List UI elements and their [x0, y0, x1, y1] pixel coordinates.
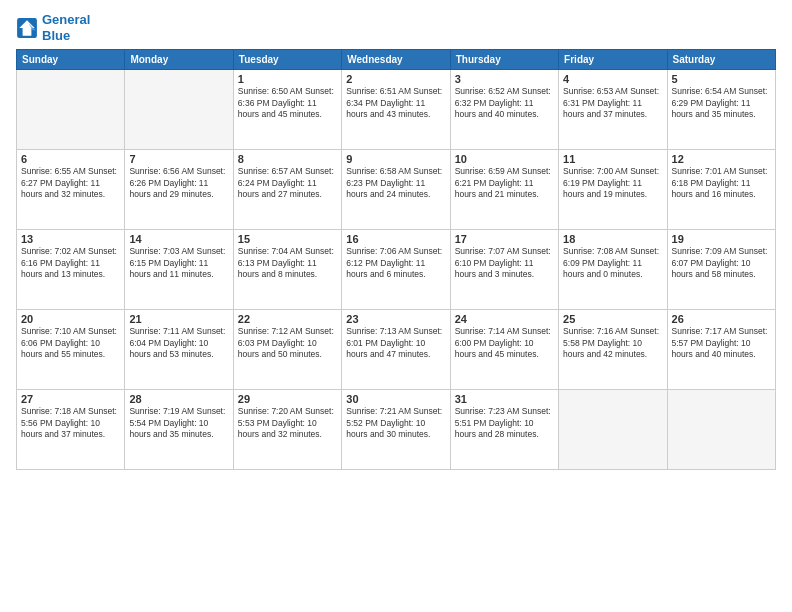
day-cell: 1Sunrise: 6:50 AM Sunset: 6:36 PM Daylig… — [233, 70, 341, 150]
day-cell: 31Sunrise: 7:23 AM Sunset: 5:51 PM Dayli… — [450, 390, 558, 470]
day-info: Sunrise: 6:54 AM Sunset: 6:29 PM Dayligh… — [672, 86, 771, 120]
day-number: 28 — [129, 393, 228, 405]
day-info: Sunrise: 6:56 AM Sunset: 6:26 PM Dayligh… — [129, 166, 228, 200]
day-info: Sunrise: 7:09 AM Sunset: 6:07 PM Dayligh… — [672, 246, 771, 280]
day-cell: 2Sunrise: 6:51 AM Sunset: 6:34 PM Daylig… — [342, 70, 450, 150]
day-number: 13 — [21, 233, 120, 245]
day-cell: 26Sunrise: 7:17 AM Sunset: 5:57 PM Dayli… — [667, 310, 775, 390]
day-cell: 6Sunrise: 6:55 AM Sunset: 6:27 PM Daylig… — [17, 150, 125, 230]
day-info: Sunrise: 7:02 AM Sunset: 6:16 PM Dayligh… — [21, 246, 120, 280]
day-number: 7 — [129, 153, 228, 165]
day-number: 5 — [672, 73, 771, 85]
week-row-3: 13Sunrise: 7:02 AM Sunset: 6:16 PM Dayli… — [17, 230, 776, 310]
day-cell: 12Sunrise: 7:01 AM Sunset: 6:18 PM Dayli… — [667, 150, 775, 230]
day-info: Sunrise: 6:55 AM Sunset: 6:27 PM Dayligh… — [21, 166, 120, 200]
day-info: Sunrise: 7:08 AM Sunset: 6:09 PM Dayligh… — [563, 246, 662, 280]
day-number: 10 — [455, 153, 554, 165]
day-number: 3 — [455, 73, 554, 85]
day-number: 20 — [21, 313, 120, 325]
day-cell: 18Sunrise: 7:08 AM Sunset: 6:09 PM Dayli… — [559, 230, 667, 310]
day-number: 9 — [346, 153, 445, 165]
day-cell: 20Sunrise: 7:10 AM Sunset: 6:06 PM Dayli… — [17, 310, 125, 390]
day-number: 14 — [129, 233, 228, 245]
day-cell: 4Sunrise: 6:53 AM Sunset: 6:31 PM Daylig… — [559, 70, 667, 150]
day-number: 30 — [346, 393, 445, 405]
day-cell: 3Sunrise: 6:52 AM Sunset: 6:32 PM Daylig… — [450, 70, 558, 150]
day-info: Sunrise: 7:10 AM Sunset: 6:06 PM Dayligh… — [21, 326, 120, 360]
weekday-header-tuesday: Tuesday — [233, 50, 341, 70]
page-container: General Blue SundayMondayTuesdayWednesda… — [0, 0, 792, 612]
header: General Blue — [16, 12, 776, 43]
day-info: Sunrise: 7:21 AM Sunset: 5:52 PM Dayligh… — [346, 406, 445, 440]
day-cell: 19Sunrise: 7:09 AM Sunset: 6:07 PM Dayli… — [667, 230, 775, 310]
day-cell: 13Sunrise: 7:02 AM Sunset: 6:16 PM Dayli… — [17, 230, 125, 310]
day-number: 2 — [346, 73, 445, 85]
day-info: Sunrise: 7:14 AM Sunset: 6:00 PM Dayligh… — [455, 326, 554, 360]
day-cell: 14Sunrise: 7:03 AM Sunset: 6:15 PM Dayli… — [125, 230, 233, 310]
day-number: 15 — [238, 233, 337, 245]
day-cell — [17, 70, 125, 150]
day-number: 29 — [238, 393, 337, 405]
day-number: 4 — [563, 73, 662, 85]
day-info: Sunrise: 7:01 AM Sunset: 6:18 PM Dayligh… — [672, 166, 771, 200]
day-info: Sunrise: 7:13 AM Sunset: 6:01 PM Dayligh… — [346, 326, 445, 360]
day-info: Sunrise: 6:51 AM Sunset: 6:34 PM Dayligh… — [346, 86, 445, 120]
week-row-5: 27Sunrise: 7:18 AM Sunset: 5:56 PM Dayli… — [17, 390, 776, 470]
day-info: Sunrise: 7:17 AM Sunset: 5:57 PM Dayligh… — [672, 326, 771, 360]
week-row-1: 1Sunrise: 6:50 AM Sunset: 6:36 PM Daylig… — [17, 70, 776, 150]
day-number: 22 — [238, 313, 337, 325]
day-cell: 27Sunrise: 7:18 AM Sunset: 5:56 PM Dayli… — [17, 390, 125, 470]
day-cell — [667, 390, 775, 470]
day-number: 19 — [672, 233, 771, 245]
day-number: 17 — [455, 233, 554, 245]
day-info: Sunrise: 7:16 AM Sunset: 5:58 PM Dayligh… — [563, 326, 662, 360]
day-cell: 15Sunrise: 7:04 AM Sunset: 6:13 PM Dayli… — [233, 230, 341, 310]
day-info: Sunrise: 7:03 AM Sunset: 6:15 PM Dayligh… — [129, 246, 228, 280]
day-info: Sunrise: 7:06 AM Sunset: 6:12 PM Dayligh… — [346, 246, 445, 280]
day-cell: 28Sunrise: 7:19 AM Sunset: 5:54 PM Dayli… — [125, 390, 233, 470]
day-cell: 7Sunrise: 6:56 AM Sunset: 6:26 PM Daylig… — [125, 150, 233, 230]
day-info: Sunrise: 6:50 AM Sunset: 6:36 PM Dayligh… — [238, 86, 337, 120]
day-number: 24 — [455, 313, 554, 325]
day-info: Sunrise: 6:57 AM Sunset: 6:24 PM Dayligh… — [238, 166, 337, 200]
day-number: 31 — [455, 393, 554, 405]
day-cell: 30Sunrise: 7:21 AM Sunset: 5:52 PM Dayli… — [342, 390, 450, 470]
day-info: Sunrise: 7:00 AM Sunset: 6:19 PM Dayligh… — [563, 166, 662, 200]
day-info: Sunrise: 7:11 AM Sunset: 6:04 PM Dayligh… — [129, 326, 228, 360]
day-cell: 11Sunrise: 7:00 AM Sunset: 6:19 PM Dayli… — [559, 150, 667, 230]
weekday-header-saturday: Saturday — [667, 50, 775, 70]
day-cell: 22Sunrise: 7:12 AM Sunset: 6:03 PM Dayli… — [233, 310, 341, 390]
day-info: Sunrise: 7:19 AM Sunset: 5:54 PM Dayligh… — [129, 406, 228, 440]
day-number: 1 — [238, 73, 337, 85]
day-number: 12 — [672, 153, 771, 165]
logo: General Blue — [16, 12, 90, 43]
weekday-header-sunday: Sunday — [17, 50, 125, 70]
day-info: Sunrise: 7:20 AM Sunset: 5:53 PM Dayligh… — [238, 406, 337, 440]
day-number: 21 — [129, 313, 228, 325]
day-cell — [125, 70, 233, 150]
day-number: 25 — [563, 313, 662, 325]
day-info: Sunrise: 7:23 AM Sunset: 5:51 PM Dayligh… — [455, 406, 554, 440]
day-number: 23 — [346, 313, 445, 325]
logo-text: General Blue — [42, 12, 90, 43]
day-info: Sunrise: 6:58 AM Sunset: 6:23 PM Dayligh… — [346, 166, 445, 200]
logo-icon — [16, 17, 38, 39]
day-info: Sunrise: 7:04 AM Sunset: 6:13 PM Dayligh… — [238, 246, 337, 280]
day-number: 6 — [21, 153, 120, 165]
day-info: Sunrise: 6:59 AM Sunset: 6:21 PM Dayligh… — [455, 166, 554, 200]
week-row-4: 20Sunrise: 7:10 AM Sunset: 6:06 PM Dayli… — [17, 310, 776, 390]
day-cell: 16Sunrise: 7:06 AM Sunset: 6:12 PM Dayli… — [342, 230, 450, 310]
weekday-header-thursday: Thursday — [450, 50, 558, 70]
day-cell: 5Sunrise: 6:54 AM Sunset: 6:29 PM Daylig… — [667, 70, 775, 150]
day-number: 16 — [346, 233, 445, 245]
day-info: Sunrise: 7:07 AM Sunset: 6:10 PM Dayligh… — [455, 246, 554, 280]
day-number: 8 — [238, 153, 337, 165]
day-cell: 21Sunrise: 7:11 AM Sunset: 6:04 PM Dayli… — [125, 310, 233, 390]
day-cell: 17Sunrise: 7:07 AM Sunset: 6:10 PM Dayli… — [450, 230, 558, 310]
day-cell: 10Sunrise: 6:59 AM Sunset: 6:21 PM Dayli… — [450, 150, 558, 230]
day-info: Sunrise: 7:18 AM Sunset: 5:56 PM Dayligh… — [21, 406, 120, 440]
day-info: Sunrise: 6:53 AM Sunset: 6:31 PM Dayligh… — [563, 86, 662, 120]
day-cell: 8Sunrise: 6:57 AM Sunset: 6:24 PM Daylig… — [233, 150, 341, 230]
calendar: SundayMondayTuesdayWednesdayThursdayFrid… — [16, 49, 776, 470]
weekday-header-monday: Monday — [125, 50, 233, 70]
